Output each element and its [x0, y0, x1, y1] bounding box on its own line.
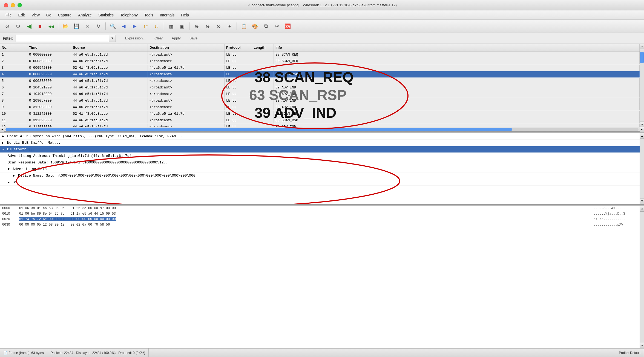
hex-scroll-down[interactable]: ▼ [640, 343, 644, 348]
toolbar-filter-expr[interactable]: ⧉ [261, 21, 271, 31]
expand-arrow-nordic[interactable]: ▶ [2, 141, 5, 145]
table-row-selected[interactable]: 4 0.000693000 44:a6:e5:1a:61:7d <broadca… [0, 71, 640, 78]
toolbar-help[interactable]: 🆘 [283, 21, 293, 31]
hex-scroll-up[interactable]: ▲ [640, 206, 644, 212]
menu-tools[interactable]: Tools [142, 12, 156, 18]
expand-arrow-device-name[interactable]: ▶ [13, 174, 16, 177]
toolbar-zoom-in[interactable]: ⊕ [192, 21, 202, 31]
toolbar-open[interactable]: 📂 [61, 21, 70, 31]
menu-help[interactable]: Help [178, 12, 192, 18]
menu-file[interactable]: File [3, 12, 15, 18]
toolbar-colorize[interactable]: ▦ [166, 21, 176, 31]
toolbar-last[interactable]: ↓↓ [152, 21, 162, 31]
maximize-button[interactable] [18, 3, 22, 7]
detail-vscrollbar[interactable]: ▲ ▼ [640, 133, 644, 204]
filter-dropdown-btn[interactable]: ▼ [109, 35, 116, 42]
toolbar-zoom-reset[interactable]: ⊘ [214, 21, 223, 31]
toolbar-close[interactable]: ✕ [82, 21, 92, 31]
expand-arrow-adv-data[interactable]: ▼ [8, 168, 11, 171]
toolbar-find[interactable]: 🔍 [108, 21, 118, 31]
toolbar-first[interactable]: ↑↑ [141, 21, 151, 31]
expand-arrow-frame[interactable]: ▶ [2, 134, 5, 138]
status-displayed-text: Displayed: 22434 (100.0%) [76, 351, 116, 355]
table-row[interactable]: 5 0.000873000 44:a6:e5:1a:61:7d <broadca… [0, 78, 640, 84]
toolbar-options[interactable]: ⚙ [13, 21, 23, 31]
toolbar-save[interactable]: 💾 [71, 21, 81, 31]
toolbar-stop[interactable]: ■ [35, 21, 45, 31]
menu-internals[interactable]: Internals [157, 12, 177, 18]
col-header-destination[interactable]: Destination [148, 44, 225, 51]
table-row[interactable]: 1 0.000000000 44:a6:e5:1a:61:7d <broadca… [0, 51, 640, 58]
titlebar: ✕ connect-shake-strobe.pcapng Wireshark … [0, 0, 644, 10]
table-row[interactable]: 9 0.312093000 44:a6:e5:1a:61:7d <broadca… [0, 104, 640, 111]
filter-apply-btn[interactable]: Apply [168, 35, 184, 41]
toolbar-sep-4 [189, 22, 189, 30]
table-row[interactable]: 10 0.312242000 52:41:f3:06:3a:ce 44:a6:e… [0, 111, 640, 117]
toolbar-scissors[interactable]: ✂ [272, 21, 282, 31]
toolbar-reload[interactable]: ↻ [93, 21, 103, 31]
expand-arrow-be[interactable]: ▶ [8, 180, 11, 184]
table-row[interactable]: 6 0.104521000 44:a6:e5:1a:61:7d <broadca… [0, 84, 640, 91]
title-appname: Wireshark 1.12.10 [303, 3, 332, 7]
scrollbar-thumb[interactable] [640, 52, 644, 63]
menu-capture[interactable]: Capture [55, 12, 74, 18]
filter-clear-btn[interactable]: Clear [151, 35, 166, 41]
hex-bytes: 00 00 00 05 12 08 00 10 00 02 0a 00 70 5… [19, 223, 594, 228]
menu-analyze[interactable]: Analyze [75, 12, 94, 18]
detail-scroll-down[interactable]: ▼ [640, 198, 644, 204]
detail-row-be[interactable]: ▶ Be... [0, 179, 640, 186]
detail-row-adv-data[interactable]: ▼ Advertising Data [0, 166, 640, 172]
col-header-no[interactable]: No. [0, 44, 27, 51]
toolbar-forward[interactable]: ► [130, 21, 140, 31]
toolbar-back[interactable]: ◄ [119, 21, 129, 31]
col-header-length[interactable]: Length [252, 44, 274, 51]
scrollbar-down-arrow[interactable]: ▼ [640, 122, 644, 127]
toolbar-interfaces[interactable]: ⊙ [2, 21, 12, 31]
toolbar-sep-3 [164, 22, 164, 30]
detail-row-nordic[interactable]: ▶ Nordic BLE Sniffer Met... [0, 140, 640, 146]
table-row[interactable]: 12 0.312573000 44:a6:e5:1a:61:7d <broadc… [0, 124, 640, 127]
toolbar-restart[interactable]: ◂◂ [46, 21, 56, 31]
menu-go[interactable]: Go [44, 12, 54, 18]
hex-vscrollbar[interactable]: ▲ ▼ [640, 206, 644, 348]
packet-list-header: No. Time Source Destination Protocol Len… [0, 44, 640, 51]
toolbar-start[interactable]: ◀ [24, 21, 34, 31]
menu-edit[interactable]: Edit [16, 12, 28, 18]
detail-row-adv-addr[interactable]: Advertising Address: Thinking_1a:61:7d (… [0, 153, 640, 159]
close-button[interactable] [4, 3, 8, 7]
toolbar-color2[interactable]: 🎨 [250, 21, 260, 31]
col-header-protocol[interactable]: Protocol [225, 44, 252, 51]
menu-view[interactable]: View [29, 12, 42, 18]
table-row[interactable]: 8 0.209057000 44:a6:e5:1a:61:7d <broadca… [0, 97, 640, 104]
toolbar-coloring-rules[interactable]: ▣ [177, 21, 187, 31]
col-header-time[interactable]: Time [27, 44, 71, 51]
hscrollbar-thumb[interactable] [5, 128, 512, 131]
expand-arrow-bluetooth[interactable]: ▼ [2, 148, 5, 151]
hscroll-left-arrow[interactable]: ◄ [0, 127, 4, 132]
detail-scroll-up[interactable]: ▲ [640, 133, 644, 139]
hscroll-right-arrow[interactable]: ► [640, 127, 644, 132]
table-row[interactable]: 7 0.104913000 44:a6:e5:1a:61:7d <broadca… [0, 91, 640, 97]
filter-expression-btn[interactable]: Expression... [122, 35, 149, 41]
filter-input[interactable] [16, 35, 109, 42]
minimize-button[interactable] [11, 3, 15, 7]
table-row[interactable]: 11 0.312393000 44:a6:e5:1a:61:7d <broadc… [0, 117, 640, 124]
col-header-info[interactable]: Info [274, 44, 640, 51]
detail-row-bluetooth[interactable]: ▼ Bluetooth L... [0, 146, 640, 153]
table-row[interactable]: 3 0.000542000 52:41:f3:06:3a:ce 44:a6:e5… [0, 65, 640, 71]
menu-telephony[interactable]: Telephony [117, 12, 140, 18]
col-header-source[interactable]: Source [71, 44, 148, 51]
packet-list-hscrollbar[interactable]: ◄ ► [0, 127, 644, 131]
toolbar-resize[interactable]: ⊞ [225, 21, 234, 31]
filter-save-btn[interactable]: Save [186, 35, 201, 41]
detail-row-scan-resp[interactable]: Scan Response Data: 15095361747572 6e000… [0, 159, 640, 166]
scrollbar-up-arrow[interactable]: ▲ [640, 44, 644, 49]
toolbar-zoom-out[interactable]: ⊖ [203, 21, 212, 31]
toolbar-capture-info[interactable]: 📋 [239, 21, 249, 31]
menu-statistics[interactable]: Statistics [96, 12, 116, 18]
filterbar: Filter: ▼ Expression... Clear Apply Save [0, 33, 644, 44]
detail-row-device-name[interactable]: ▶ Device Name: Saturn\000\000\000\000\00… [0, 172, 640, 179]
table-row[interactable]: 2 0.000393000 44:a6:e5:1a:61:7d <broadca… [0, 58, 640, 65]
detail-row-frame[interactable]: ▶ Frame 4: 63 bytes on wire (504 bits), … [0, 133, 640, 140]
packet-list-vscrollbar[interactable]: ▲ ▼ [640, 44, 644, 127]
